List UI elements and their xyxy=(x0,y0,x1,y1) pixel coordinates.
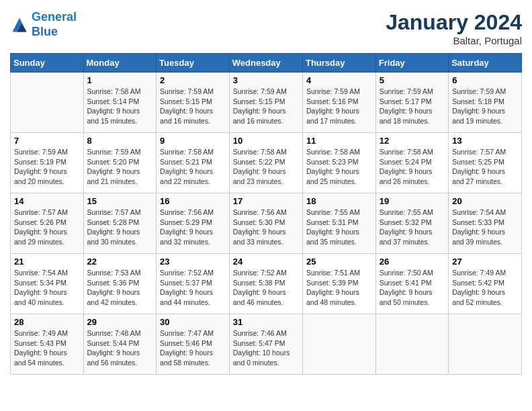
calendar-cell: 21 Sunrise: 7:54 AMSunset: 5:34 PMDaylig… xyxy=(11,254,84,314)
day-number: 21 xyxy=(14,257,80,267)
calendar-cell: 1 Sunrise: 7:58 AMSunset: 5:14 PMDayligh… xyxy=(83,73,157,133)
logo-text: General Blue xyxy=(32,10,77,39)
day-number: 6 xyxy=(452,75,518,85)
day-info: Sunrise: 7:54 AMSunset: 5:34 PMDaylight:… xyxy=(14,268,80,308)
calendar-week-row: 28 Sunrise: 7:49 AMSunset: 5:43 PMDaylig… xyxy=(11,314,522,375)
title-area: January 2024 Baltar, Portugal xyxy=(386,10,522,46)
calendar-cell: 25 Sunrise: 7:51 AMSunset: 5:39 PMDaylig… xyxy=(302,254,375,314)
day-info: Sunrise: 7:58 AMSunset: 5:24 PMDaylight:… xyxy=(380,147,445,187)
calendar-cell: 14 Sunrise: 7:57 AMSunset: 5:26 PMDaylig… xyxy=(11,193,84,254)
day-info: Sunrise: 7:58 AMSunset: 5:23 PMDaylight:… xyxy=(306,147,372,187)
day-number: 11 xyxy=(306,136,372,146)
day-number: 5 xyxy=(380,75,445,85)
day-info: Sunrise: 7:57 AMSunset: 5:28 PMDaylight:… xyxy=(87,208,153,247)
calendar-cell: 10 Sunrise: 7:58 AMSunset: 5:22 PMDaylig… xyxy=(229,133,302,193)
day-info: Sunrise: 7:52 AMSunset: 5:37 PMDaylight:… xyxy=(160,268,226,308)
day-number: 15 xyxy=(87,196,153,206)
calendar-cell: 8 Sunrise: 7:59 AMSunset: 5:20 PMDayligh… xyxy=(83,133,157,193)
calendar-cell xyxy=(302,314,375,375)
location: Baltar, Portugal xyxy=(386,35,522,46)
calendar-cell: 2 Sunrise: 7:59 AMSunset: 5:15 PMDayligh… xyxy=(157,73,230,133)
col-saturday: Saturday xyxy=(449,54,522,73)
calendar-cell xyxy=(449,314,522,375)
day-info: Sunrise: 7:59 AMSunset: 5:16 PMDaylight:… xyxy=(306,87,372,126)
calendar-cell: 15 Sunrise: 7:57 AMSunset: 5:28 PMDaylig… xyxy=(83,193,157,254)
day-number: 31 xyxy=(233,317,299,327)
day-info: Sunrise: 7:57 AMSunset: 5:26 PMDaylight:… xyxy=(14,208,80,247)
day-info: Sunrise: 7:49 AMSunset: 5:42 PMDaylight:… xyxy=(452,268,518,308)
day-info: Sunrise: 7:58 AMSunset: 5:21 PMDaylight:… xyxy=(160,147,226,187)
day-info: Sunrise: 7:54 AMSunset: 5:33 PMDaylight:… xyxy=(452,208,518,247)
day-info: Sunrise: 7:47 AMSunset: 5:46 PMDaylight:… xyxy=(160,328,226,368)
day-number: 24 xyxy=(233,257,299,267)
calendar-cell: 5 Sunrise: 7:59 AMSunset: 5:17 PMDayligh… xyxy=(375,73,448,133)
day-number: 22 xyxy=(87,257,153,267)
calendar-cell: 3 Sunrise: 7:59 AMSunset: 5:15 PMDayligh… xyxy=(229,73,302,133)
col-tuesday: Tuesday xyxy=(157,54,230,73)
day-info: Sunrise: 7:48 AMSunset: 5:44 PMDaylight:… xyxy=(87,328,153,368)
day-info: Sunrise: 7:56 AMSunset: 5:30 PMDaylight:… xyxy=(233,208,299,247)
day-info: Sunrise: 7:52 AMSunset: 5:38 PMDaylight:… xyxy=(233,268,299,308)
col-thursday: Thursday xyxy=(302,54,375,73)
day-number: 10 xyxy=(233,136,299,146)
calendar-cell: 11 Sunrise: 7:58 AMSunset: 5:23 PMDaylig… xyxy=(302,133,375,193)
day-number: 1 xyxy=(87,75,153,85)
day-number: 23 xyxy=(160,257,226,267)
col-sunday: Sunday xyxy=(11,54,84,73)
day-number: 25 xyxy=(306,257,372,267)
logo-icon xyxy=(10,15,29,34)
day-info: Sunrise: 7:51 AMSunset: 5:39 PMDaylight:… xyxy=(306,268,372,308)
day-number: 26 xyxy=(380,257,445,267)
calendar-cell: 20 Sunrise: 7:54 AMSunset: 5:33 PMDaylig… xyxy=(449,193,522,254)
day-number: 3 xyxy=(233,75,299,85)
calendar-cell: 6 Sunrise: 7:59 AMSunset: 5:18 PMDayligh… xyxy=(449,73,522,133)
day-info: Sunrise: 7:53 AMSunset: 5:36 PMDaylight:… xyxy=(87,268,153,308)
day-number: 27 xyxy=(452,257,518,267)
calendar-cell: 23 Sunrise: 7:52 AMSunset: 5:37 PMDaylig… xyxy=(157,254,230,314)
page-header: General Blue January 2024 Baltar, Portug… xyxy=(10,10,522,46)
day-number: 13 xyxy=(452,136,518,146)
calendar-cell: 16 Sunrise: 7:56 AMSunset: 5:29 PMDaylig… xyxy=(157,193,230,254)
day-info: Sunrise: 7:59 AMSunset: 5:19 PMDaylight:… xyxy=(14,147,80,187)
calendar-cell: 13 Sunrise: 7:57 AMSunset: 5:25 PMDaylig… xyxy=(449,133,522,193)
calendar-cell: 24 Sunrise: 7:52 AMSunset: 5:38 PMDaylig… xyxy=(229,254,302,314)
calendar-cell: 27 Sunrise: 7:49 AMSunset: 5:42 PMDaylig… xyxy=(449,254,522,314)
day-info: Sunrise: 7:55 AMSunset: 5:31 PMDaylight:… xyxy=(306,208,372,247)
day-number: 8 xyxy=(87,136,153,146)
calendar-week-row: 7 Sunrise: 7:59 AMSunset: 5:19 PMDayligh… xyxy=(11,133,522,193)
calendar-cell: 28 Sunrise: 7:49 AMSunset: 5:43 PMDaylig… xyxy=(11,314,84,375)
day-info: Sunrise: 7:57 AMSunset: 5:25 PMDaylight:… xyxy=(452,147,518,187)
day-number: 29 xyxy=(87,317,153,327)
day-info: Sunrise: 7:49 AMSunset: 5:43 PMDaylight:… xyxy=(14,328,80,368)
col-friday: Friday xyxy=(375,54,448,73)
day-info: Sunrise: 7:50 AMSunset: 5:41 PMDaylight:… xyxy=(380,268,445,308)
col-monday: Monday xyxy=(83,54,157,73)
day-info: Sunrise: 7:46 AMSunset: 5:47 PMDaylight:… xyxy=(233,328,299,368)
logo: General Blue xyxy=(10,10,77,39)
day-number: 14 xyxy=(14,196,80,206)
calendar-cell: 4 Sunrise: 7:59 AMSunset: 5:16 PMDayligh… xyxy=(302,73,375,133)
day-info: Sunrise: 7:59 AMSunset: 5:18 PMDaylight:… xyxy=(452,87,518,126)
day-info: Sunrise: 7:59 AMSunset: 5:20 PMDaylight:… xyxy=(87,147,153,187)
day-info: Sunrise: 7:59 AMSunset: 5:15 PMDaylight:… xyxy=(233,87,299,126)
day-number: 30 xyxy=(160,317,226,327)
calendar-cell xyxy=(375,314,448,375)
day-info: Sunrise: 7:58 AMSunset: 5:14 PMDaylight:… xyxy=(87,87,153,126)
day-info: Sunrise: 7:59 AMSunset: 5:17 PMDaylight:… xyxy=(380,87,445,126)
day-number: 18 xyxy=(306,196,372,206)
calendar-week-row: 1 Sunrise: 7:58 AMSunset: 5:14 PMDayligh… xyxy=(11,73,522,133)
day-info: Sunrise: 7:59 AMSunset: 5:15 PMDaylight:… xyxy=(160,87,226,126)
day-number: 20 xyxy=(452,196,518,206)
day-number: 12 xyxy=(380,136,445,146)
day-info: Sunrise: 7:56 AMSunset: 5:29 PMDaylight:… xyxy=(160,208,226,247)
day-number: 4 xyxy=(306,75,372,85)
day-number: 28 xyxy=(14,317,80,327)
calendar-cell: 30 Sunrise: 7:47 AMSunset: 5:46 PMDaylig… xyxy=(157,314,230,375)
calendar-cell: 7 Sunrise: 7:59 AMSunset: 5:19 PMDayligh… xyxy=(11,133,84,193)
calendar-cell: 31 Sunrise: 7:46 AMSunset: 5:47 PMDaylig… xyxy=(229,314,302,375)
calendar-cell: 22 Sunrise: 7:53 AMSunset: 5:36 PMDaylig… xyxy=(83,254,157,314)
month-title: January 2024 xyxy=(386,10,522,35)
calendar-cell: 29 Sunrise: 7:48 AMSunset: 5:44 PMDaylig… xyxy=(83,314,157,375)
calendar-cell: 9 Sunrise: 7:58 AMSunset: 5:21 PMDayligh… xyxy=(157,133,230,193)
day-number: 19 xyxy=(380,196,445,206)
